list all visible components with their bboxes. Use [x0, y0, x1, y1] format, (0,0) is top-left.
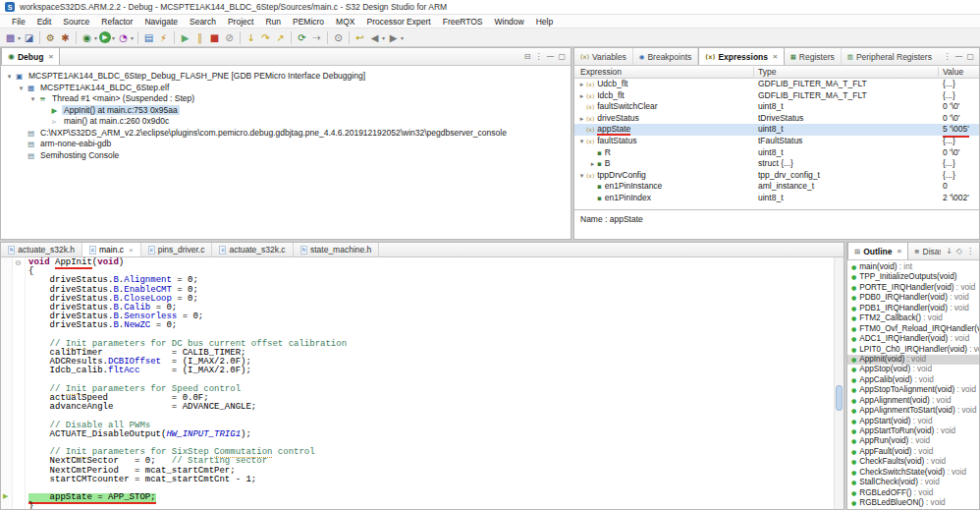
- step-over-button[interactable]: ↷: [258, 29, 273, 45]
- collapse-all-icon[interactable]: ⊟: [524, 52, 531, 61]
- menu-mqx[interactable]: MQX: [330, 17, 360, 27]
- new-wizard-button[interactable]: ▩▾: [3, 29, 22, 45]
- minimize-icon[interactable]: —: [954, 52, 962, 61]
- back-button[interactable]: ◀▾: [367, 29, 386, 45]
- expression-row[interactable]: ▾(x)tppDrvConfigtpp_drv_config_t{...}: [574, 170, 979, 182]
- terminate-button[interactable]: ■: [207, 29, 222, 45]
- debug-tree-item[interactable]: ▾▣MCSPTE1AK144_BLDC_6Step_Debug_FLASH_PN…: [1, 71, 571, 83]
- outline-item[interactable]: ●RGBLedBlueON() : void: [847, 498, 979, 508]
- step-into-button[interactable]: ↓: [244, 29, 258, 45]
- expression-row[interactable]: ▪en1PinIndexuint8_t2 '\002': [574, 193, 979, 204]
- editor-tab-pins-driver-c[interactable]: cpins_driver.c: [141, 243, 213, 256]
- disconnect-button[interactable]: ⊘: [222, 29, 237, 45]
- code-line[interactable]: driveStatus.B.NewZC = 0;: [28, 321, 833, 330]
- new-file-button[interactable]: ▤: [141, 29, 156, 45]
- tree-expander-icon[interactable]: ▾: [5, 71, 14, 83]
- debug-tree-item[interactable]: ▤C:\NXP\S32DS_ARM_v2.2\eclipse\plugins\c…: [1, 128, 571, 140]
- menu-pemicro[interactable]: PEMicro: [287, 17, 330, 27]
- restart-button[interactable]: ⟳: [295, 29, 309, 45]
- menu-refactor[interactable]: Refactor: [95, 17, 138, 27]
- code-line[interactable]: appState = APP_STOP;: [28, 493, 833, 502]
- view-menu-icon[interactable]: ⋮: [943, 52, 951, 61]
- tree-expander-icon[interactable]: ▾: [577, 170, 586, 182]
- expression-row[interactable]: ▸(x)driveStatustDriveStatus0 '\0': [574, 113, 979, 125]
- instruction-stepping-button[interactable]: ⇢: [309, 29, 324, 45]
- tree-expander-icon[interactable]: ▸: [577, 90, 586, 102]
- close-icon[interactable]: ×: [48, 52, 53, 61]
- maximize-icon[interactable]: ▢: [558, 52, 566, 61]
- debug-tree-item[interactable]: ▾▦MCSPTE1AK144_BLDC_6Step.elf: [1, 83, 571, 94]
- column-expression[interactable]: Expression: [580, 66, 622, 79]
- search-button[interactable]: ⊙: [331, 29, 346, 45]
- close-icon[interactable]: ×: [897, 247, 901, 255]
- tree-expander-icon[interactable]: ▸: [577, 113, 586, 125]
- outline-item[interactable]: ●AppStop(void) : void: [847, 365, 979, 374]
- view-menu-icon[interactable]: ⋮: [966, 247, 974, 255]
- menu-source[interactable]: Source: [57, 17, 95, 27]
- debug-tree-item[interactable]: ▶AppInit() at main.c:753 0x95aa: [1, 105, 571, 117]
- tab-breakpoints[interactable]: ◉Breakpoints: [633, 48, 699, 65]
- expression-row[interactable]: ▪Ruint8_t0 '\0': [574, 147, 979, 159]
- expression-row[interactable]: ▸(x)Udcb_fltGDFLIB_FILTER_MA_T_FLT{...}: [574, 79, 979, 90]
- close-icon[interactable]: ×: [129, 246, 134, 255]
- forward-button[interactable]: ▶▾: [386, 29, 405, 45]
- tab-registers[interactable]: ▦Registers: [785, 48, 842, 65]
- outline-item[interactable]: ●main(void) : int: [847, 262, 979, 272]
- outline-item[interactable]: ●AppAlignmentToStart(void) : void: [847, 406, 979, 416]
- tree-expander-icon[interactable]: ▾: [28, 93, 37, 105]
- run-button[interactable]: ▶▾: [98, 29, 116, 45]
- build-button[interactable]: ⚙: [43, 29, 58, 45]
- tab-disassembly[interactable]: ≣Disassembly: [908, 243, 941, 259]
- outline-item[interactable]: ●FTM2_Callback() : void: [847, 313, 979, 323]
- outline-item[interactable]: ●AppRun(void) : void: [847, 436, 979, 446]
- tab-peripheral-registers[interactable]: ▥Peripheral Registers: [842, 48, 939, 65]
- outline-item[interactable]: ●AppStart(void) : void: [847, 417, 979, 426]
- flash-programmer-button[interactable]: ⚡: [156, 29, 171, 45]
- menu-search[interactable]: Search: [184, 17, 222, 27]
- debug-tree-item[interactable]: ▾≡Thread #1 <main> (Suspended : Step): [1, 93, 571, 105]
- outline-item[interactable]: ●AppCalib(void) : void: [847, 375, 979, 385]
- code-line[interactable]: startCMTcounter = mcat_startCmtCnt - 1;: [28, 476, 833, 484]
- menu-processor-expert[interactable]: Processor Expert: [360, 17, 436, 27]
- resume-button[interactable]: ▶: [178, 29, 192, 45]
- debug-tree-item[interactable]: ▹main() at main.c:260 0x9d0c: [1, 116, 571, 128]
- menu-freertos[interactable]: FreeRTOS: [437, 17, 489, 27]
- hide-fields-icon[interactable]: ◇: [956, 247, 962, 255]
- suspend-button[interactable]: ‖: [192, 29, 207, 45]
- view-menu-icon[interactable]: ⋮: [534, 52, 542, 61]
- outline-item[interactable]: ●RGBLedOFF() : void: [847, 488, 979, 498]
- outline-item[interactable]: ●AppFault(void) : void: [847, 447, 979, 457]
- outline-item[interactable]: ●ADC1_IRQHandler(void) : void: [847, 334, 979, 344]
- maximize-icon[interactable]: ▢: [966, 52, 974, 61]
- outline-item[interactable]: ●TPP_InitializeOutputs(void): [847, 272, 979, 282]
- editor-scrollbar[interactable]: [834, 257, 844, 509]
- outline-item[interactable]: ●PORTE_IRQHandler(void) : void: [847, 283, 979, 293]
- minimize-icon[interactable]: —: [546, 52, 554, 61]
- debug-button[interactable]: ◉▾: [80, 29, 98, 45]
- menu-edit[interactable]: Edit: [31, 17, 58, 27]
- fold-collapse-icon[interactable]: ⊖: [15, 258, 22, 267]
- code-editor[interactable]: ▶ ⊖ void AppInit(void){ driveStatus.B.Al…: [1, 257, 844, 509]
- expression-row[interactable]: ▸(x)Idcb_fltGDFLIB_FILTER_MA_T_FLT{...}: [574, 90, 979, 102]
- code-line[interactable]: Idcb_calib.fltAcc = (I_MAX/2.0F);: [28, 367, 833, 375]
- outline-item[interactable]: ●AppStartToRun(void) : void: [847, 426, 979, 436]
- outline-item[interactable]: ●StallCheck(void) : void: [847, 478, 979, 487]
- outline-item[interactable]: ●AppStopToAlignment(void) : void: [847, 385, 979, 395]
- expression-row[interactable]: (x)appStateuint8_t5 '\005': [574, 124, 979, 136]
- menu-navigate[interactable]: Navigate: [138, 17, 184, 27]
- close-icon[interactable]: ×: [773, 52, 778, 61]
- editor-tab-state-machine-h[interactable]: hstate_machine.h: [294, 243, 380, 256]
- editor-tab-main-c[interactable]: cmain.c×: [82, 243, 141, 256]
- outline-item[interactable]: ●LPIT0_Ch0_IRQHandler(void) : void: [847, 345, 979, 355]
- profile-button[interactable]: ◔▾: [116, 29, 135, 45]
- tab-outline[interactable]: ▤Outline×: [847, 243, 908, 259]
- menu-project[interactable]: Project: [222, 17, 259, 27]
- expression-row[interactable]: ▪en1PinInstanceaml_instance_t0: [574, 181, 979, 193]
- tab-variables[interactable]: (x)Variables: [574, 48, 633, 65]
- tree-expander-icon[interactable]: ▾: [17, 83, 26, 94]
- outline-item[interactable]: ●AppInit(void) : void: [847, 355, 979, 365]
- build-all-button[interactable]: ✱: [58, 29, 73, 45]
- editor-tab-actuate-s32k-h[interactable]: hactuate_s32k.h: [1, 243, 82, 256]
- tab-debug[interactable]: ◉ Debug ×: [1, 48, 60, 65]
- outline-item[interactable]: ●FTM0_Ovf_Reload_IRQHandler(void): [847, 324, 979, 334]
